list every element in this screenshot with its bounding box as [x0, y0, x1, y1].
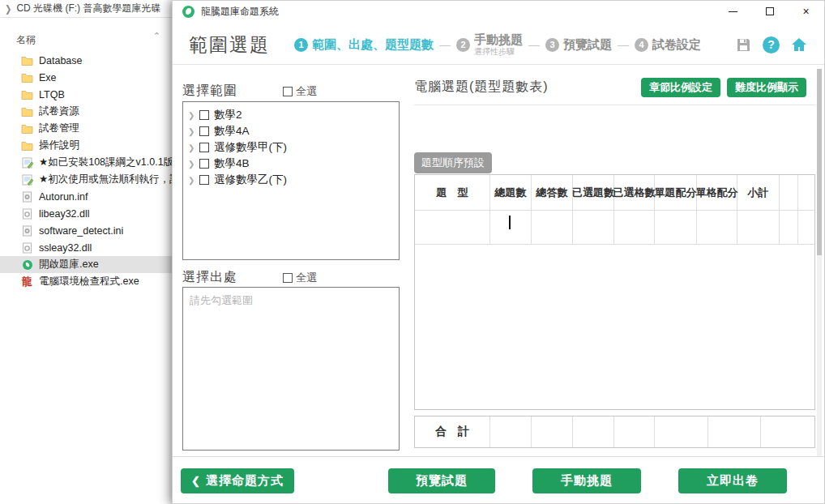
file-list: Database Exe LTQB 試卷資源 試卷管理 操作說明 ★如已安裝10… — [0, 52, 172, 290]
step-dash: — — [528, 38, 540, 51]
cell-total-answers[interactable] — [532, 211, 573, 245]
question-type-table: 題 型 總題數 總答數 已選題數 已選格數 單題配分 單格配分 小計 — [414, 174, 815, 410]
gear-file-icon — [21, 224, 33, 237]
source-placeholder: 請先勾選範圍 — [183, 288, 399, 314]
step-dash: — — [618, 38, 629, 51]
range-tree-item[interactable]: ❯ 選修數學乙(下) — [188, 172, 395, 188]
col-selected-blanks: 已選格數 — [614, 175, 655, 211]
step-2-manual-pick[interactable]: 2 手動挑題 選擇性步驟 — [456, 33, 523, 56]
cell-total-questions-input[interactable] — [490, 211, 532, 245]
file-row[interactable]: 龍 電腦環境檢查程式.exe — [0, 273, 172, 290]
home-icon[interactable] — [790, 36, 808, 53]
cell-points-per-question[interactable] — [655, 211, 697, 245]
question-order-button[interactable]: 題型順序預設 — [414, 152, 492, 173]
range-item-checkbox[interactable] — [199, 159, 209, 169]
table-input-row — [415, 211, 814, 245]
step-4-exam-settings[interactable]: 4 試卷設定 — [635, 37, 701, 53]
range-tree-item[interactable]: ❯ 數學2 — [188, 107, 395, 123]
window-title: 龍騰題庫命題系統 — [201, 5, 279, 19]
note-file-icon — [21, 173, 33, 186]
range-section-title: 選擇範圍 — [182, 83, 237, 100]
chevron-left-icon: ❮ — [191, 475, 201, 487]
chevron-right-icon[interactable]: ❯ — [188, 160, 194, 169]
folder-icon — [21, 122, 33, 135]
generate-exam-button[interactable]: 立即出卷 — [678, 468, 787, 493]
close-icon: × — [802, 6, 809, 17]
name-column-header[interactable]: 名稱 ⌃ — [0, 29, 172, 50]
step-1-range[interactable]: 1 範圍、出處、題型題數 — [294, 37, 434, 53]
sort-ascending-icon[interactable]: ⌃ — [153, 31, 160, 41]
file-row[interactable]: Database — [0, 52, 172, 69]
help-icon[interactable]: ? — [763, 36, 780, 53]
folder-icon — [21, 71, 33, 83]
folder-icon — [21, 54, 33, 66]
range-tree-item[interactable]: ❯ 選修數學甲(下) — [188, 139, 395, 156]
file-row[interactable]: software_detect.ini — [0, 222, 172, 239]
minimize-button[interactable] — [715, 1, 751, 22]
chevron-right-icon[interactable]: ❯ — [188, 111, 194, 120]
cell-selected-blanks[interactable] — [614, 211, 655, 245]
range-item-checkbox[interactable] — [199, 126, 209, 136]
breadcrumb[interactable]: ❯ CD 光碟機 (F:) 普高數學題庫光碟 — [0, 0, 172, 18]
vertical-scrollbar[interactable] — [817, 69, 822, 456]
step-dash: — — [439, 38, 451, 51]
gear-file-icon — [21, 190, 33, 203]
file-row[interactable]: ★初次使用或無法順利執行，請 — [0, 171, 172, 188]
preview-questions-button[interactable]: 預覽試題 — [388, 468, 495, 493]
cell-question-type[interactable] — [415, 211, 490, 245]
app-green-icon — [21, 258, 33, 271]
file-row[interactable]: 試卷資源 — [0, 103, 172, 120]
step-3-preview[interactable]: 3 預覽試題 — [545, 37, 612, 53]
range-select-all-checkbox[interactable] — [283, 87, 293, 96]
total-row-table: 合 計 — [414, 416, 815, 448]
source-select-all-checkbox[interactable] — [283, 273, 293, 283]
manual-pick-button[interactable]: 手動挑題 — [532, 468, 641, 493]
source-section-header: 選擇出處 全選 — [182, 269, 398, 286]
save-icon[interactable] — [734, 36, 752, 53]
range-select-all[interactable]: 全選 — [283, 84, 317, 99]
range-item-checkbox[interactable] — [199, 175, 209, 185]
back-to-method-button[interactable]: ❮ 選擇命題方式 — [181, 468, 294, 493]
cell-points-per-blank[interactable] — [697, 211, 737, 245]
col-total-questions: 總題數 — [490, 175, 532, 211]
range-tree-item[interactable]: ❯ 數學4A — [188, 123, 395, 139]
table-header-row: 題 型 總題數 總答數 已選題數 已選格數 單題配分 單格配分 小計 — [415, 175, 814, 211]
source-select-all[interactable]: 全選 — [283, 271, 317, 285]
maximize-icon — [766, 7, 774, 15]
app-logo-icon — [182, 6, 194, 18]
file-row[interactable]: Autorun.inf — [0, 188, 172, 205]
file-row[interactable]: libeay32.dll — [0, 205, 172, 222]
file-row[interactable]: ★如已安裝108課綱之v1.0.1版題 — [0, 154, 172, 171]
source-list-box[interactable]: 請先勾選範圍 — [182, 287, 400, 451]
scrollbar-thumb[interactable] — [817, 69, 822, 255]
file-row-selected[interactable]: 開啟題庫.exe — [0, 256, 172, 273]
range-item-checkbox[interactable] — [199, 110, 209, 120]
file-row[interactable]: Exe — [0, 69, 172, 86]
col-subtotal: 小計 — [737, 175, 780, 211]
title-bar: 龍騰題庫命題系統 × — [173, 1, 824, 22]
note-file-icon — [21, 156, 33, 169]
chapter-ratio-button[interactable]: 章節比例設定 — [641, 78, 720, 97]
chevron-right-icon[interactable]: ❯ — [5, 3, 11, 14]
close-button[interactable]: × — [788, 1, 824, 22]
cell-subtotal[interactable] — [737, 211, 780, 245]
range-item-checkbox[interactable] — [199, 143, 209, 152]
file-row[interactable]: ssleay32.dll — [0, 239, 172, 256]
col-empty — [780, 175, 798, 211]
chevron-right-icon[interactable]: ❯ — [188, 127, 194, 136]
minimize-icon — [729, 11, 737, 12]
col-points-per-question: 單題配分 — [655, 175, 697, 211]
total-cell — [614, 416, 655, 447]
chevron-right-icon[interactable]: ❯ — [188, 176, 194, 185]
breadcrumb-path: CD 光碟機 (F:) 普高數學題庫光碟 — [16, 2, 160, 15]
chevron-right-icon[interactable]: ❯ — [188, 143, 194, 152]
file-row[interactable]: 試卷管理 — [0, 120, 172, 137]
range-section-header: 選擇範圍 全選 — [182, 83, 398, 100]
file-row[interactable]: LTQB — [0, 86, 172, 103]
maximize-button[interactable] — [751, 1, 788, 22]
cell-selected-questions[interactable] — [573, 211, 614, 245]
cell-empty — [798, 211, 814, 245]
file-row[interactable]: 操作說明 — [0, 137, 172, 154]
range-tree-item[interactable]: ❯ 數學4B — [188, 156, 395, 172]
difficulty-ratio-button[interactable]: 難度比例顯示 — [727, 78, 806, 97]
